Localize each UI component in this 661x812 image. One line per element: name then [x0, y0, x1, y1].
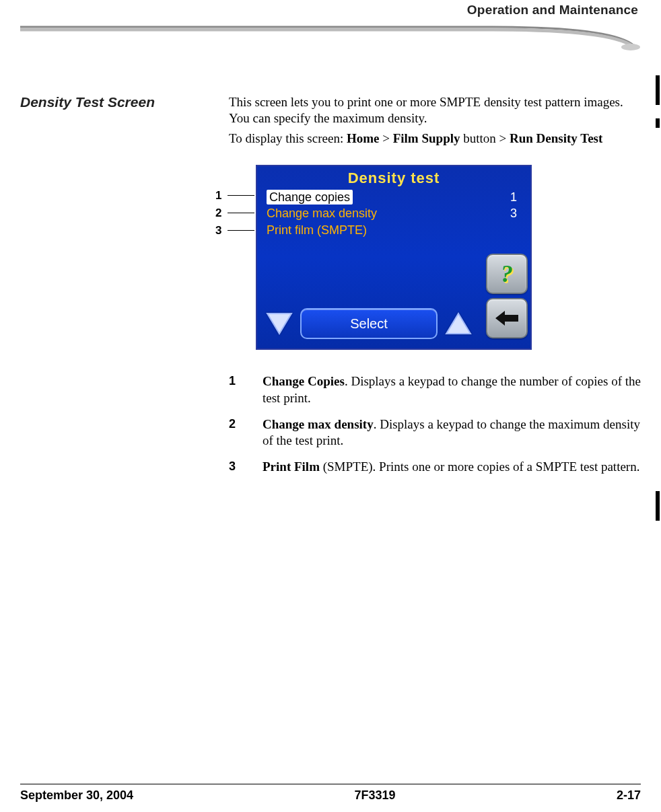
intro-paragraph-2: To display this screen: Home > Film Supp…: [229, 131, 641, 147]
definition-text: (SMPTE). Prints one or more copies of a …: [320, 459, 639, 474]
breadcrumb-home: Home: [347, 131, 380, 145]
menu-item-value: 1: [510, 190, 521, 205]
nav-down-button[interactable]: [264, 308, 295, 339]
definition-term: Change max density: [263, 417, 374, 431]
intro-paragraph-1: This screen lets you to print one or mor…: [229, 94, 641, 126]
menu-item-change-copies[interactable]: Change copies 1: [267, 189, 521, 206]
footer-date: September 30, 2004: [20, 788, 133, 803]
definition-2: 2 Change max density. Displays a keypad …: [229, 416, 641, 449]
header-swoosh: [20, 20, 641, 54]
triangle-down-icon: [266, 312, 293, 335]
footer-docnum: 7F3319: [355, 788, 396, 803]
menu-item-label: Change max density: [267, 206, 377, 221]
help-button[interactable]: ?: [486, 254, 528, 294]
triangle-up-icon: [445, 312, 472, 335]
figure: 1 2 3 Density test Change copies 1 Chang…: [229, 165, 641, 360]
device-title: Density test: [257, 166, 530, 189]
definition-term: Print Film: [263, 459, 320, 474]
breadcrumb-film-supply: Film Supply: [393, 131, 460, 145]
menu-item-change-max-density[interactable]: Change max density 3: [267, 205, 521, 222]
definition-number: 3: [229, 459, 263, 476]
menu-item-label: Change copies: [267, 190, 353, 205]
separator: >: [379, 131, 392, 145]
breadcrumb-run-density-test: Run Density Test: [510, 131, 602, 145]
definition-number: 1: [229, 373, 263, 406]
intro-prefix: To display this screen:: [229, 131, 347, 145]
svg-point-0: [621, 44, 640, 50]
revision-mark: [656, 75, 660, 105]
menu-item-value: [517, 223, 521, 238]
menu-item-label: Print film (SMPTE): [267, 223, 367, 238]
menu-item-value: 3: [510, 206, 521, 221]
definition-1: 1 Change Copies. Displays a keypad to ch…: [229, 373, 641, 406]
header-section: Operation and Maintenance: [20, 0, 641, 17]
footer-page: 2-17: [617, 788, 641, 803]
help-icon: ?: [501, 259, 513, 289]
section-heading: Density Test Screen: [20, 94, 229, 485]
menu-item-print-film[interactable]: Print film (SMPTE): [267, 222, 521, 239]
intro-mid: button >: [460, 131, 510, 145]
revision-mark: [656, 491, 660, 521]
revision-mark: [656, 118, 660, 128]
definition-3: 3 Print Film (SMPTE). Prints one or more…: [229, 459, 641, 476]
device-screen: Density test Change copies 1 Change max …: [256, 165, 532, 350]
select-button[interactable]: Select: [300, 308, 438, 339]
callout-number: 2: [215, 206, 225, 220]
callout-number: 1: [215, 188, 225, 202]
callout-2: 2: [215, 204, 254, 221]
definition-number: 2: [229, 416, 263, 449]
callout-1: 1: [215, 186, 254, 204]
callout-3: 3: [215, 221, 254, 239]
nav-up-button[interactable]: [443, 308, 474, 339]
callout-number: 3: [215, 223, 225, 237]
footer: September 30, 2004 7F3319 2-17: [20, 784, 641, 803]
definition-term: Change Copies: [263, 374, 345, 388]
